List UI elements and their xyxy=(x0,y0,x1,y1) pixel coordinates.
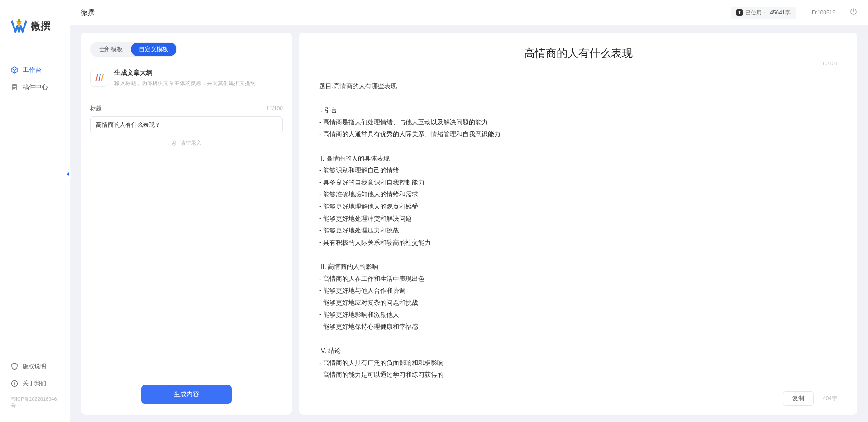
usage-value: 45641字 xyxy=(770,9,790,17)
shield-icon xyxy=(11,363,18,370)
field-count: 11/100 xyxy=(266,105,283,112)
sidebar-item-label: 关于我们 xyxy=(23,379,46,388)
power-icon[interactable] xyxy=(850,8,857,17)
icp-text: 鄂ICP备2022016946号 xyxy=(0,392,70,413)
generate-button[interactable]: 生成内容 xyxy=(141,385,232,404)
output-footer: 复制 404字 xyxy=(319,384,837,406)
mic-label: 请空录入 xyxy=(180,139,202,147)
tabs: 全部模板 自定义模板 xyxy=(90,42,177,57)
info-icon xyxy=(11,380,18,387)
template-icon xyxy=(90,69,108,87)
template-card: 生成文章大纲 输入标题，为你提供文章主体的灵感，并为其创建推文提纲 xyxy=(90,66,283,96)
template-desc: 输入标题，为你提供文章主体的灵感，并为其创建推文提纲 xyxy=(114,80,256,87)
topbar-title: 微撰 xyxy=(81,9,95,17)
sidebar-bottom: 版权说明 关于我们 鄂ICP备2022016946号 xyxy=(0,358,70,413)
field-label: 标题 xyxy=(90,104,102,113)
sidebar-item-about[interactable]: 关于我们 xyxy=(0,375,70,392)
logo: 微撰 xyxy=(0,18,70,34)
field-row: 标题 11/100 xyxy=(90,104,283,113)
sidebar-item-label: 工作台 xyxy=(23,66,42,74)
tab-all-templates[interactable]: 全部模板 xyxy=(91,43,131,56)
template-title: 生成文章大纲 xyxy=(114,69,256,77)
tab-custom-templates[interactable]: 自定义模板 xyxy=(131,43,176,56)
main: 全部模板 自定义模板 生成文章大纲 输入标题，为你提供文章主体的灵感，并为其创建… xyxy=(70,25,868,422)
sidebar-item-drafts[interactable]: 稿件中心 xyxy=(0,79,70,96)
panel-left: 全部模板 自定义模板 生成文章大纲 输入标题，为你提供文章主体的灵感，并为其创建… xyxy=(81,33,292,415)
sidebar-item-workspace[interactable]: 工作台 xyxy=(0,62,70,79)
mic-icon xyxy=(171,140,177,147)
logo-icon xyxy=(11,18,27,34)
voice-input-button[interactable]: 请空录入 xyxy=(90,139,283,147)
sidebar-collapse-handle[interactable] xyxy=(65,170,71,179)
usage-badge[interactable]: T 已使用：45641字 xyxy=(731,7,796,19)
cube-icon xyxy=(11,66,18,74)
topbar-right: T 已使用：45641字 ID:100519 xyxy=(731,7,857,19)
svg-rect-3 xyxy=(173,141,175,144)
panel-right: 高情商的人有什么表现 10/100 题目:高情商的人有哪些表现 I. 引言 - … xyxy=(299,33,857,415)
svg-rect-0 xyxy=(18,19,20,22)
doc-icon xyxy=(11,84,18,91)
output-header: 高情商的人有什么表现 10/100 xyxy=(319,46,837,69)
t-icon: T xyxy=(736,9,743,16)
output-title: 高情商的人有什么表现 xyxy=(319,46,837,61)
copy-button[interactable]: 复制 xyxy=(783,391,814,406)
sidebar-item-label: 稿件中心 xyxy=(23,83,48,91)
output-title-count: 10/100 xyxy=(822,61,837,66)
usage-label: 已使用： xyxy=(745,9,767,17)
output-body[interactable]: 题目:高情商的人有哪些表现 I. 引言 - 高情商是指人们处理情绪、与他人互动以… xyxy=(319,69,837,384)
sidebar-item-label: 版权说明 xyxy=(23,362,46,370)
title-input[interactable] xyxy=(90,116,283,133)
sidebar: 微撰 工作台 稿件中心 版权说明 xyxy=(0,0,70,422)
sidebar-item-copyright[interactable]: 版权说明 xyxy=(0,358,70,375)
chevron-left-icon xyxy=(66,172,70,176)
logo-text: 微撰 xyxy=(31,19,51,33)
word-count: 404字 xyxy=(823,395,837,403)
user-id: ID:100519 xyxy=(811,9,835,16)
topbar: 微撰 T 已使用：45641字 ID:100519 xyxy=(70,0,868,25)
